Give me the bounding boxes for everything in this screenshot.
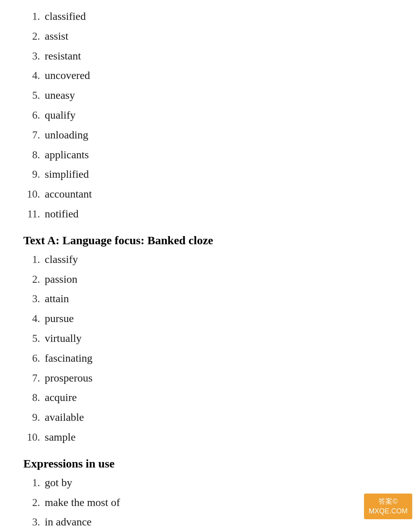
item-number: 7. (23, 127, 45, 144)
item-text: available (45, 409, 84, 426)
item-text: uncovered (45, 67, 90, 84)
list-item: 6. qualify (23, 107, 397, 124)
item-number: 8. (23, 147, 45, 163)
section-2: Text A: Language focus: Banked cloze 1. … (23, 234, 397, 446)
item-number: 10. (23, 429, 45, 446)
item-number: 1. (23, 251, 45, 268)
section-3-heading: Expressions in use (23, 457, 397, 470)
list-item: 3. in advance (23, 513, 397, 527)
list-2: 1. classify 2. passion 3. attain 4. purs… (23, 251, 397, 446)
item-number: 9. (23, 166, 45, 183)
item-text: passion (45, 271, 77, 288)
item-text: got by (45, 474, 72, 492)
watermark-line2: MXQE.COM (369, 506, 408, 516)
item-text: accountant (45, 186, 92, 203)
list-item: 3. attain (23, 290, 397, 308)
item-text: prosperous (45, 369, 93, 387)
list-item: 2. make the most of (23, 494, 397, 511)
list-item: 11. notified (23, 205, 397, 223)
section-2-heading: Text A: Language focus: Banked cloze (23, 234, 397, 247)
item-text: resistant (45, 47, 81, 65)
list-item: 8. acquire (23, 389, 397, 406)
item-text: pursue (45, 310, 74, 327)
list-item: 5. uneasy (23, 87, 397, 104)
item-number: 6. (23, 107, 45, 124)
item-number: 3. (23, 48, 45, 65)
item-number: 7. (23, 370, 45, 387)
list-item: 4. uncovered (23, 67, 397, 84)
item-text: attain (45, 290, 69, 308)
item-text: uneasy (45, 87, 75, 104)
list-item: 9. simplified (23, 166, 397, 183)
list-item: 10. accountant (23, 186, 397, 203)
list-3: 1. got by 2. make the most of 3. in adva… (23, 474, 397, 527)
item-number: 10. (23, 186, 45, 203)
list-item: 1. got by (23, 474, 397, 492)
item-text: classified (45, 8, 86, 25)
item-text: simplified (45, 166, 89, 183)
item-text: in advance (45, 513, 92, 527)
list-item: 2. passion (23, 271, 397, 288)
item-number: 2. (23, 494, 45, 511)
list-item: 10. sample (23, 429, 397, 446)
list-item: 1. classified (23, 8, 397, 25)
item-number: 4. (23, 310, 45, 327)
item-text: assist (45, 28, 68, 45)
item-text: qualify (45, 107, 75, 124)
item-number: 5. (23, 87, 45, 104)
list-item: 9. available (23, 409, 397, 426)
item-number: 4. (23, 67, 45, 84)
item-text: virtually (45, 330, 82, 347)
section-1: 1. classified 2. assist 3. resistant 4. … (23, 8, 397, 223)
list-item: 2. assist (23, 28, 397, 45)
watermark: 答案© MXQE.COM (364, 494, 412, 519)
list-item: 8. applicants (23, 146, 397, 164)
list-1: 1. classified 2. assist 3. resistant 4. … (23, 8, 397, 223)
item-number: 5. (23, 330, 45, 347)
item-number: 11. (23, 206, 45, 222)
section-3: Expressions in use 1. got by 2. make the… (23, 457, 397, 527)
item-text: make the most of (45, 494, 120, 511)
item-text: applicants (45, 146, 89, 164)
item-number: 6. (23, 350, 45, 367)
list-item: 7. prosperous (23, 369, 397, 387)
item-number: 3. (23, 291, 45, 307)
list-item: 5. virtually (23, 330, 397, 347)
item-number: 9. (23, 409, 45, 426)
list-item: 4. pursue (23, 310, 397, 327)
item-text: notified (45, 205, 79, 223)
item-number: 1. (23, 474, 45, 491)
item-text: fascinating (45, 350, 93, 367)
item-number: 1. (23, 8, 45, 25)
item-number: 2. (23, 271, 45, 288)
list-item: 6. fascinating (23, 350, 397, 367)
item-text: unloading (45, 126, 88, 144)
item-number: 3. (23, 514, 45, 527)
item-text: sample (45, 429, 75, 446)
watermark-line1: 答案© (369, 497, 408, 506)
list-item: 1. classify (23, 251, 397, 268)
list-item: 3. resistant (23, 47, 397, 65)
list-item: 7. unloading (23, 126, 397, 144)
item-number: 2. (23, 28, 45, 45)
item-number: 8. (23, 389, 45, 406)
item-text: classify (45, 251, 78, 268)
item-text: acquire (45, 389, 77, 406)
